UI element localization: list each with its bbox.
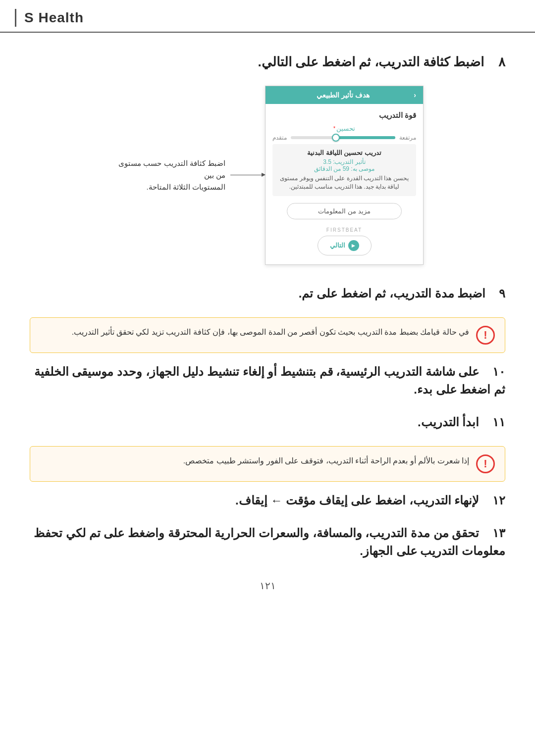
step12-number: ١٢ [492, 494, 505, 507]
step8-bold: التالي [262, 54, 292, 69]
info-desc: يحسن هذا التدريب القدرة على التنفس ويوفر… [278, 174, 410, 191]
warning-text-1: في حالة قيامك بضبط مدة التدريب بحيث تكون… [40, 326, 469, 339]
step10-bold: بدء [417, 383, 432, 396]
page-footer: ١٢١ [30, 580, 505, 602]
header-divider [15, 9, 16, 27]
info-title: تدريب تحسين اللياقة البدنية [278, 149, 410, 156]
step10-row: ١٠ على شاشة التدريب الرئيسية، قم بتنشيط … [30, 363, 505, 399]
page-header: S Health [0, 0, 535, 33]
step8-number: ٨ [498, 54, 505, 69]
section-title: قوة التدريب [272, 111, 416, 120]
step11-number: ١١ [492, 415, 505, 429]
warning-icon-1: ! [476, 326, 495, 345]
info-box: تدريب تحسين اللياقة البدنية تأثير التدري… [272, 144, 416, 196]
warning-text-2: إذا شعرت بالألم أو بعدم الراحة أثناء الت… [40, 454, 469, 467]
slider-right-label: مرتفعة [399, 134, 416, 141]
step11-heading: ١١ ابدأ التدريب. [30, 413, 505, 431]
next-btn-label: التالي [330, 242, 345, 249]
step9-bold: تم [302, 287, 313, 300]
annotation-arrowhead [262, 173, 266, 177]
step10-heading: ١٠ على شاشة التدريب الرئيسية، قم بتنشيط … [30, 363, 505, 399]
slider-thumb[interactable] [332, 134, 340, 142]
step9-heading: ٩ اضبط مدة التدريب، ثم اضغط على تم. [30, 285, 505, 302]
app-footer: FIRSTBEAT ► التالي [272, 224, 416, 257]
info-sub: موصى به: 59 من الدقائق [278, 165, 410, 172]
slider-bar[interactable] [291, 136, 395, 139]
step13-text: تحقق من مدة التدريب، والمسافة، والسعرات … [34, 526, 505, 557]
step12-text-before: لإنهاء التدريب، اضغط على [348, 494, 480, 507]
annotation-line [230, 175, 265, 175]
app-header-bar: ‹ هدف تأثير الطبيعي [266, 86, 423, 104]
more-info-button[interactable]: مزيد من المعلومات [287, 203, 402, 219]
step9-text: اضبط مدة التدريب، ثم اضغط على [313, 287, 485, 300]
step12-bold2: إيقاف [239, 494, 268, 507]
slider-fill [338, 136, 395, 139]
warning-icon-2: ! [476, 454, 495, 473]
annotation-area: اضبط كثافة التدريب حسب مستوى من بين المس… [111, 157, 265, 193]
info-detail: تأثير التدريب: 3.5 [278, 158, 410, 165]
slider-track-row: مرتفعة متقدم [272, 134, 416, 141]
annotation-text: اضبط كثافة التدريب حسب مستوى من بين المس… [111, 157, 230, 193]
step13-number: ١٣ [492, 526, 505, 540]
warning-box-2: ! إذا شعرت بالألم أو بعدم الراحة أثناء ا… [30, 446, 505, 482]
warning-box-1: ! في حالة قيامك بضبط مدة التدريب بحيث تك… [30, 317, 505, 353]
step8-screenshot-area: ‹ هدف تأثير الطبيعي قوة التدريب تحسين * … [30, 86, 505, 265]
page-content: ٨ اضبط كثافة التدريب، ثم اضغط على التالي… [0, 52, 535, 621]
step13-heading: ١٣ تحقق من مدة التدريب، والمسافة، والسعر… [30, 524, 505, 560]
phone-screenshot: ‹ هدف تأثير الطبيعي قوة التدريب تحسين * … [265, 86, 424, 265]
next-circle-icon: ► [348, 240, 359, 251]
app-header-label: هدف تأثير الطبيعي [317, 91, 370, 99]
app-title: S Health [24, 10, 84, 26]
step13-row: ١٣ تحقق من مدة التدريب، والمسافة، والسعر… [30, 524, 505, 560]
step11-text: ابدأ التدريب. [418, 415, 479, 429]
back-arrow-icon[interactable]: ‹ [414, 91, 416, 99]
step8-text-before: اضبط كثافة التدريب، ثم اضغط على [292, 54, 484, 69]
step12-row: ١٢ لإنهاء التدريب، اضغط على إيقاف مؤقت ←… [30, 492, 505, 509]
step12-arrow: ← [268, 494, 286, 507]
slider-center-label-row: تحسين * [272, 125, 416, 132]
step9-row: ٩ اضبط مدة التدريب، ثم اضغط على تم. [30, 285, 505, 302]
slider-left-label: متقدم [272, 134, 287, 141]
slider-center-label: تحسين [336, 125, 355, 132]
app-body: قوة التدريب تحسين * مرتفعة متقدم تدري [266, 104, 423, 264]
step10-number: ١٠ [492, 365, 505, 378]
next-button[interactable]: ► التالي [318, 236, 372, 255]
step11-row: ١١ ابدأ التدريب. [30, 413, 505, 431]
step10-text-before: على شاشة التدريب الرئيسية، قم بتنشيط أو … [34, 365, 505, 396]
page-number: ١٢١ [260, 580, 276, 591]
brand-label: FIRSTBEAT [272, 227, 416, 233]
step8-text-after: . [258, 54, 262, 69]
step9-number: ٩ [499, 287, 505, 300]
asterisk: * [333, 126, 335, 131]
step12-heading: ١٢ لإنهاء التدريب، اضغط على إيقاف مؤقت ←… [30, 492, 505, 509]
step8-heading: ٨ اضبط كثافة التدريب، ثم اضغط على التالي… [30, 52, 505, 72]
step12-bold1: إيقاف مؤقت [286, 494, 348, 507]
